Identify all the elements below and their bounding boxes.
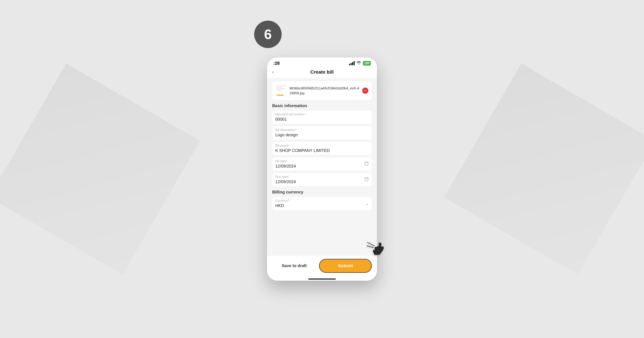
app-header: ‹ Create bill — [267, 68, 377, 78]
currency-value: HKD — [275, 203, 365, 208]
bill-payee-field[interactable]: Bill payee* K SHOP COMPANY LIMITED — [272, 142, 372, 155]
calendar-icon[interactable] — [364, 161, 369, 167]
wifi-icon — [356, 61, 361, 65]
bill-description-label: Bill description* — [275, 128, 369, 132]
basic-info-fields: Merchant bill number* 00001 Bill descrip… — [272, 111, 372, 186]
bottom-action-bar: Save to draft Submit — [267, 256, 377, 278]
bill-date-field[interactable]: Bill date* 12/09/2024 — [272, 157, 372, 171]
due-date-calendar-icon[interactable] — [364, 177, 369, 182]
merchant-bill-number-label: Merchant bill number* — [275, 113, 369, 116]
due-date-label: Due date* — [275, 175, 369, 179]
status-icons: 100 — [349, 61, 371, 65]
merchant-bill-number-value: 00001 — [275, 117, 369, 122]
bill-payee-value: K SHOP COMPANY LIMITED — [275, 148, 369, 153]
svg-rect-4 — [365, 178, 368, 181]
back-button[interactable]: ‹ — [272, 69, 274, 75]
scroll-content[interactable]: 9836bcd6509d51f11a45cf19642e00b4_exif–41… — [267, 78, 377, 256]
bill-payee-label: Bill payee* — [275, 144, 369, 147]
submit-button[interactable]: Submit — [319, 259, 372, 273]
svg-rect-0 — [365, 162, 368, 165]
merchant-bill-number-field[interactable]: Merchant bill number* 00001 — [272, 111, 372, 124]
basic-info-section-title: Basic information — [272, 103, 372, 108]
currency-dropdown[interactable]: Currency* HKD ⌄ — [272, 197, 372, 210]
bill-description-field[interactable]: Bill description* Logo design — [272, 126, 372, 139]
bill-date-value: 12/09/2024 — [275, 164, 369, 169]
signal-icon — [349, 61, 355, 65]
phone-frame: :28 100 ‹ Create bill — [267, 57, 377, 281]
file-name: 9836bcd6509d51f11a45cf19642e00b4_exif–41… — [289, 86, 360, 95]
status-time: :28 — [273, 61, 280, 66]
attachment-card: 9836bcd6509d51f11a45cf19642e00b4_exif–41… — [272, 81, 372, 100]
phone-screen: :28 100 ‹ Create bill — [267, 57, 377, 281]
status-bar: :28 100 — [267, 57, 377, 68]
svg-line-8 — [368, 242, 374, 246]
home-indicator — [267, 278, 377, 281]
remove-attachment-button[interactable]: − — [362, 87, 368, 94]
battery-indicator: 100 — [363, 61, 371, 65]
bill-date-label: Bill date* — [275, 159, 369, 163]
bill-description-value: Logo design — [275, 132, 369, 137]
due-date-field[interactable]: Due date* 12/09/2024 — [272, 173, 372, 186]
billing-currency-section-title: Billing currency — [272, 190, 372, 195]
page-title: Create bill — [310, 69, 334, 75]
due-date-value: 12/09/2024 — [275, 179, 369, 184]
bg-decoration-left — [0, 63, 200, 275]
file-thumbnail — [276, 84, 286, 97]
currency-label: Currency* — [275, 199, 365, 203]
cursor-hand-icon — [367, 236, 387, 264]
bg-decoration-right — [444, 63, 644, 275]
save-draft-button[interactable]: Save to draft — [272, 260, 316, 272]
step-badge: 6 — [254, 20, 282, 48]
home-bar — [308, 279, 336, 280]
chevron-down-icon: ⌄ — [365, 201, 369, 206]
svg-line-9 — [367, 246, 374, 248]
